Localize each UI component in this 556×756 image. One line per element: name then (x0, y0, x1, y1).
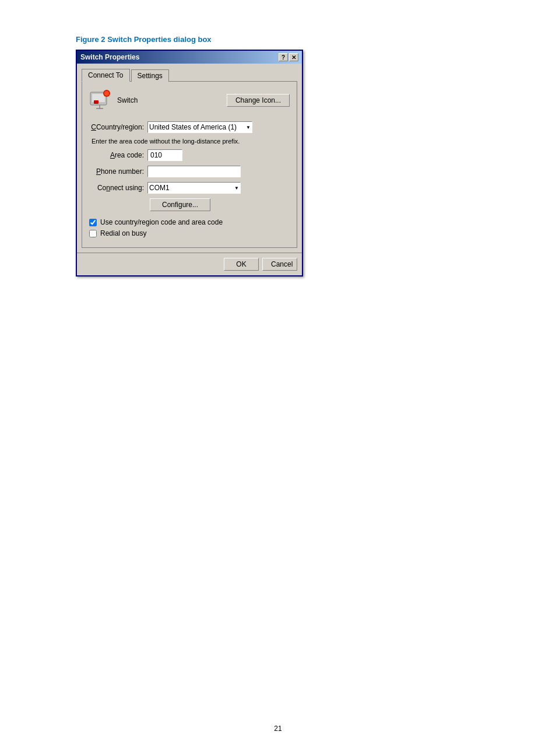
phone-number-input[interactable] (147, 166, 241, 177)
dialog-switch-properties: Switch Properties ? ✕ Connect To Setting… (76, 50, 303, 276)
switch-icon (89, 89, 112, 112)
tab-content: Switch Change Icon... CCountry/region: U… (82, 81, 297, 248)
tab-settings[interactable]: Settings (131, 69, 169, 82)
page-number: 21 (274, 724, 281, 733)
svg-point-4 (104, 91, 109, 96)
area-code-input[interactable] (147, 149, 182, 161)
use-country-row: Use country/region code and area code (89, 218, 290, 226)
connect-using-label: Connect using: (89, 184, 147, 192)
icon-row: Switch Change Icon... (89, 89, 290, 112)
redial-row: Redial on busy (89, 229, 290, 237)
hint-text: Enter the area code without the long-dis… (92, 138, 290, 145)
redial-checkbox[interactable] (89, 230, 97, 237)
dialog-titlebar: Switch Properties ? ✕ (77, 51, 302, 64)
use-country-checkbox[interactable] (89, 219, 97, 226)
connect-using-select-wrapper: COM1 (147, 182, 241, 194)
dialog-footer: OK Cancel (77, 253, 302, 275)
dialog-title: Switch Properties (80, 53, 139, 61)
configure-button[interactable]: Configure... (150, 198, 210, 211)
titlebar-buttons: ? ✕ (279, 53, 298, 61)
country-region-select[interactable]: United States of America (1) (147, 121, 252, 133)
tab-connect-to[interactable]: Connect To (82, 69, 130, 82)
connect-using-row: Connect using: COM1 (89, 182, 290, 194)
phone-number-row: Phone number: (89, 166, 290, 177)
use-country-label: Use country/region code and area code (100, 218, 223, 226)
help-button[interactable]: ? (279, 53, 288, 61)
dialog-body: Connect To Settings (77, 64, 302, 253)
svg-rect-2 (94, 100, 98, 104)
country-region-label: CCountry/region: (89, 123, 147, 131)
tab-bar: Connect To Settings (82, 68, 297, 81)
phone-number-label: Phone number: (89, 167, 147, 176)
connect-using-select[interactable]: COM1 (147, 182, 241, 194)
country-region-select-wrapper: United States of America (1) (147, 121, 252, 133)
redial-label: Redial on busy (100, 229, 146, 237)
figure-caption: Figure 2 Switch Properties dialog box (76, 35, 480, 44)
change-icon-button[interactable]: Change Icon... (227, 94, 290, 107)
switch-svg (89, 89, 111, 111)
cancel-button[interactable]: Cancel (262, 258, 297, 271)
close-button[interactable]: ✕ (289, 53, 298, 61)
configure-row: Configure... (150, 198, 290, 211)
country-region-row: CCountry/region: United States of Americ… (89, 121, 290, 133)
switch-label: Switch (117, 96, 138, 104)
area-code-label: Area code: (89, 151, 147, 159)
ok-button[interactable]: OK (224, 258, 259, 271)
area-code-row: Area code: (89, 149, 290, 161)
